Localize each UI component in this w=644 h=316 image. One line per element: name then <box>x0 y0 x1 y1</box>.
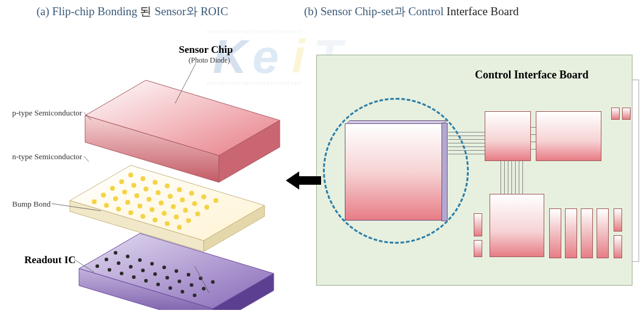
svg-point-23 <box>165 276 169 280</box>
pixel-array-slab <box>70 165 265 252</box>
svg-point-20 <box>129 265 133 269</box>
svg-marker-88 <box>286 171 321 190</box>
svg-point-33 <box>187 273 190 276</box>
chip-stack-svg <box>12 30 292 310</box>
wire <box>531 142 536 142</box>
svg-point-42 <box>128 210 133 215</box>
svg-point-73 <box>153 180 158 185</box>
svg-point-26 <box>202 287 206 290</box>
svg-point-62 <box>195 211 200 216</box>
control-interface-board: Control Interface Board <box>316 55 632 286</box>
svg-point-39 <box>92 199 97 204</box>
svg-point-41 <box>116 207 121 211</box>
svg-point-49 <box>125 200 130 205</box>
svg-point-55 <box>110 186 115 191</box>
svg-point-46 <box>177 225 182 230</box>
svg-point-22 <box>153 272 157 276</box>
svg-point-17 <box>193 294 196 297</box>
svg-point-13 <box>144 279 148 283</box>
wire <box>504 161 505 194</box>
svg-point-16 <box>181 290 184 294</box>
svg-point-12 <box>132 275 136 279</box>
board-pad-left-1 <box>474 213 482 236</box>
board-chip-5 <box>565 208 577 258</box>
svg-point-47 <box>101 193 106 197</box>
caption-a: (a) Flip-chip Bonding 된 Sensor와 ROIC <box>36 4 228 19</box>
arrow-icon <box>286 170 321 191</box>
svg-point-52 <box>162 211 167 216</box>
wire <box>508 161 508 194</box>
svg-point-31 <box>162 266 166 269</box>
svg-point-56 <box>122 190 127 194</box>
board-pad-left-2 <box>474 240 482 257</box>
svg-point-32 <box>175 269 178 273</box>
board-chip-2 <box>536 111 601 161</box>
board-chip-1 <box>485 111 531 161</box>
svg-point-59 <box>159 201 164 205</box>
svg-text:i: i <box>292 30 306 83</box>
svg-point-14 <box>156 283 160 286</box>
svg-point-50 <box>137 204 142 208</box>
svg-point-51 <box>150 207 154 212</box>
svg-point-57 <box>134 193 139 198</box>
svg-point-27 <box>114 251 117 255</box>
svg-point-77 <box>201 194 206 199</box>
board-chip-3 <box>490 194 544 257</box>
svg-point-76 <box>189 191 194 196</box>
sensor-chipset <box>345 123 442 221</box>
caption-a-text2: 된 <box>140 5 154 18</box>
svg-point-24 <box>178 280 181 283</box>
svg-point-40 <box>104 203 109 208</box>
caption-b: (b) Sensor Chip-set과 Control Interface B… <box>304 4 519 19</box>
svg-point-75 <box>177 187 182 192</box>
caption-a-prefix: (a) <box>36 5 52 18</box>
wire <box>519 161 519 194</box>
svg-point-19 <box>117 261 120 265</box>
caption-a-text1: Flip-chip Bonding <box>52 5 140 18</box>
caption-b-text2: Control <box>409 5 447 18</box>
svg-point-35 <box>211 280 215 284</box>
sensor-chip-slab <box>85 80 280 182</box>
svg-point-78 <box>213 198 218 203</box>
svg-point-18 <box>105 258 108 261</box>
wire <box>531 149 536 149</box>
svg-point-15 <box>168 286 172 290</box>
svg-point-30 <box>150 262 154 266</box>
edge-connector <box>632 80 639 262</box>
svg-point-43 <box>140 214 145 219</box>
svg-point-53 <box>174 215 179 219</box>
svg-point-44 <box>153 218 158 222</box>
svg-point-48 <box>113 196 118 201</box>
board-pad-br-1 <box>614 208 622 232</box>
svg-point-61 <box>183 208 188 213</box>
svg-point-63 <box>119 179 124 184</box>
caption-a-text3: Sensor와 ROIC <box>154 5 228 18</box>
svg-point-65 <box>144 187 148 191</box>
caption-b-text1: Sensor Chip-set과 <box>320 5 409 18</box>
caption-b-text3: Interface Board <box>446 5 519 18</box>
wire <box>500 161 501 194</box>
svg-point-68 <box>180 197 185 202</box>
svg-point-21 <box>141 269 145 272</box>
caption-b-prefix: (b) <box>304 5 320 18</box>
flip-chip-diagram: Sensor Chip (Photo Diode) p-type Semicon… <box>12 30 292 310</box>
svg-point-66 <box>156 190 161 195</box>
svg-point-74 <box>165 184 170 188</box>
svg-point-10 <box>108 268 111 272</box>
board-title: Control Interface Board <box>475 69 589 81</box>
svg-point-71 <box>128 173 133 177</box>
svg-point-72 <box>140 176 145 181</box>
board-chip-7 <box>597 208 609 258</box>
board-chip-6 <box>581 208 593 258</box>
wire <box>515 161 516 194</box>
svg-point-11 <box>120 272 123 275</box>
svg-point-60 <box>171 204 176 209</box>
svg-point-64 <box>131 183 136 188</box>
svg-point-58 <box>147 197 151 202</box>
svg-point-54 <box>186 218 191 223</box>
board-chip-4 <box>549 208 561 258</box>
svg-line-84 <box>84 156 89 162</box>
board-pad-tr-1 <box>611 108 620 120</box>
svg-point-29 <box>138 258 142 262</box>
svg-point-28 <box>126 255 130 258</box>
